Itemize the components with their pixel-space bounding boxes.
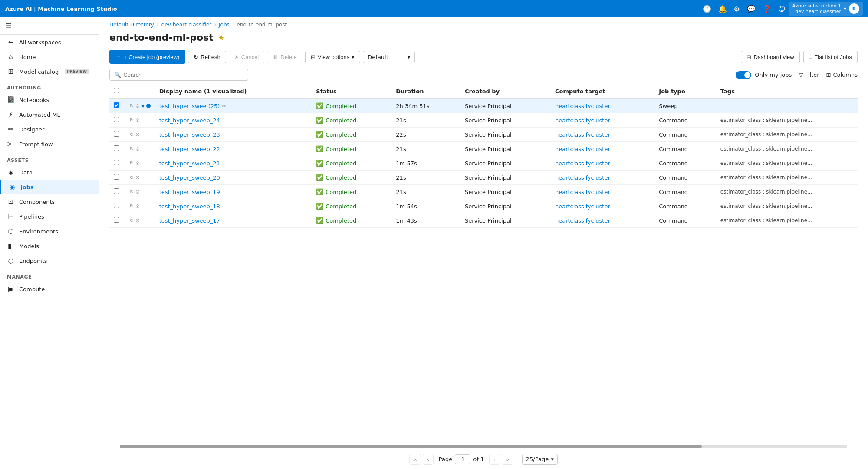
per-page-dropdown[interactable]: 25/Page ▾ [522,454,558,465]
notifications-icon[interactable]: 🔔 [718,5,727,13]
sidebar-item-jobs[interactable]: ◉ Jobs [0,180,99,194]
grid-icon: ⊘ [135,217,140,223]
sidebar-item-pipelines[interactable]: ⊢ Pipelines [0,209,99,224]
refresh-button[interactable]: ↻ Refresh [188,51,226,63]
compute-link[interactable]: heartclassifycluster [555,117,610,124]
designer-icon: ✏ [7,125,15,133]
compute-link[interactable]: heartclassifycluster [555,174,610,181]
col-tags[interactable]: Tags [716,84,858,98]
dashboard-view-button[interactable]: ⊟ Dashboard view [741,51,799,63]
expand-button[interactable]: ▾ [141,103,145,109]
default-dropdown[interactable]: Default ▾ [363,51,415,63]
breadcrumb-jobs[interactable]: Jobs [219,22,230,28]
checkmark-icon: ✅ [316,188,323,195]
history-icon[interactable]: 🕐 [703,5,711,13]
columns-button[interactable]: ⊞ Columns [826,72,858,78]
search-box[interactable]: 🔍 [109,69,248,81]
user-face-icon[interactable]: ☺ [778,5,786,13]
row-checkbox[interactable] [114,117,119,122]
row-checkbox[interactable] [114,217,119,223]
first-page-button[interactable]: « [409,454,421,465]
sidebar-item-compute[interactable]: ▣ Compute [0,282,99,296]
col-created-by[interactable]: Created by [460,84,551,98]
col-job-type[interactable]: Job type [654,84,716,98]
help-icon[interactable]: ❓ [763,5,771,13]
next-page-button[interactable]: › [489,454,500,465]
checkmark-icon: ✅ [316,102,323,109]
horizontal-scrollbar[interactable] [120,445,847,448]
compute-link[interactable]: heartclassifycluster [555,217,610,224]
last-page-button[interactable]: » [502,454,513,465]
dropdown-chevron-icon: ▾ [408,54,411,60]
compute-link[interactable]: heartclassifycluster [555,146,610,152]
row-checkbox[interactable] [114,102,119,108]
sidebar-item-model-catalog[interactable]: ⊞ Model catalog PREVIEW [0,64,99,79]
row-checkbox[interactable] [114,160,119,165]
job-link[interactable]: test_hyper_sweep_23 [159,131,220,138]
compute-link[interactable]: heartclassifycluster [555,203,610,210]
edit-icon[interactable]: ✏ [222,103,227,109]
sidebar-item-prompt-flow[interactable]: >_ Prompt flow [0,137,99,151]
sidebar-item-components[interactable]: ⊡ Components [0,194,99,209]
row-checkbox[interactable] [114,145,119,151]
cancel-button[interactable]: ✕ Cancel [229,51,264,63]
col-select-all[interactable] [109,84,125,98]
job-link[interactable]: test_hyper_sweep_20 [159,174,220,181]
compute-link[interactable]: heartclassifycluster [555,160,610,167]
page-title: end-to-end-ml-post [109,32,214,43]
filter-button[interactable]: ▽ Filter [799,72,819,78]
main-content: Default Directory › dev-heart-classifier… [99,17,868,469]
compute-link[interactable]: heartclassifycluster [555,131,610,138]
sidebar-item-environments[interactable]: ⬡ Environments [0,224,99,239]
row-icons-cell: ↻⊘ [125,142,155,156]
job-link[interactable]: test_hyper_sweep_18 [159,203,220,210]
row-checkbox[interactable] [114,203,119,208]
settings-icon[interactable]: ⚙ [734,5,740,13]
user-menu[interactable]: Azure subscription 1 dev-heart-classifie… [789,2,863,16]
sidebar-item-data[interactable]: ◈ Data [0,165,99,180]
flat-list-button[interactable]: ≡ Flat list of Jobs [803,51,858,63]
only-my-jobs-toggle[interactable] [736,71,751,79]
col-status[interactable]: Status [312,84,391,98]
sidebar-item-designer[interactable]: ✏ Designer [0,122,99,137]
row-checkbox[interactable] [114,131,119,137]
sidebar-item-all-workspaces[interactable]: ← All workspaces [0,35,99,49]
compute-link[interactable]: heartclassifycluster [555,103,610,109]
row-tags-cell: estimator_class : sklearn.pipeline... [716,156,858,171]
sidebar-item-home[interactable]: ⌂ Home [0,49,99,64]
job-link[interactable]: test_hyper_swee (25) [159,103,220,109]
breadcrumb-default-directory[interactable]: Default Directory [109,22,154,28]
job-link[interactable]: test_hyper_sweep_17 [159,217,220,224]
hamburger-icon[interactable]: ☰ [5,22,11,30]
columns-icon: ⊞ [826,72,831,78]
row-checkbox[interactable] [114,174,119,180]
sidebar-item-models[interactable]: ◧ Models [0,239,99,253]
col-compute-target[interactable]: Compute target [551,84,654,98]
page-number-input[interactable] [455,454,470,464]
sidebar-item-endpoints[interactable]: ◌ Endpoints [0,253,99,268]
job-link[interactable]: test_hyper_sweep_22 [159,146,220,152]
col-duration[interactable]: Duration [391,84,460,98]
sidebar-item-automated-ml[interactable]: ⚡ Automated ML [0,107,99,122]
delete-button[interactable]: 🗑 Delete [267,51,302,63]
favorite-star[interactable]: ★ [218,33,225,42]
job-link[interactable]: test_hyper_sweep_24 [159,117,220,124]
job-link[interactable]: test_hyper_sweep_21 [159,160,220,167]
status-badge: ✅Completed [316,145,387,152]
sweep-icon: ↻ [129,146,134,152]
sidebar-item-notebooks[interactable]: 📓 Notebooks [0,92,99,107]
row-status-cell: ✅Completed [312,113,391,128]
job-link[interactable]: test_hyper_sweep_19 [159,189,220,195]
select-all-checkbox[interactable] [114,88,119,93]
view-options-button[interactable]: ⊞ View options ▾ [305,51,360,63]
prev-page-button[interactable]: ‹ [423,454,433,465]
col-type-icons [125,84,155,98]
create-job-button[interactable]: ＋ + Create job (preview) [109,50,185,64]
row-icon-set: ↻⊘ [129,174,151,180]
chat-icon[interactable]: 💬 [747,5,756,13]
col-display-name[interactable]: Display name (1 visualized) [155,84,312,98]
search-input[interactable] [124,72,243,78]
row-checkbox[interactable] [114,188,119,194]
compute-link[interactable]: heartclassifycluster [555,189,610,195]
breadcrumb-workspace[interactable]: dev-heart-classifier [161,22,211,28]
